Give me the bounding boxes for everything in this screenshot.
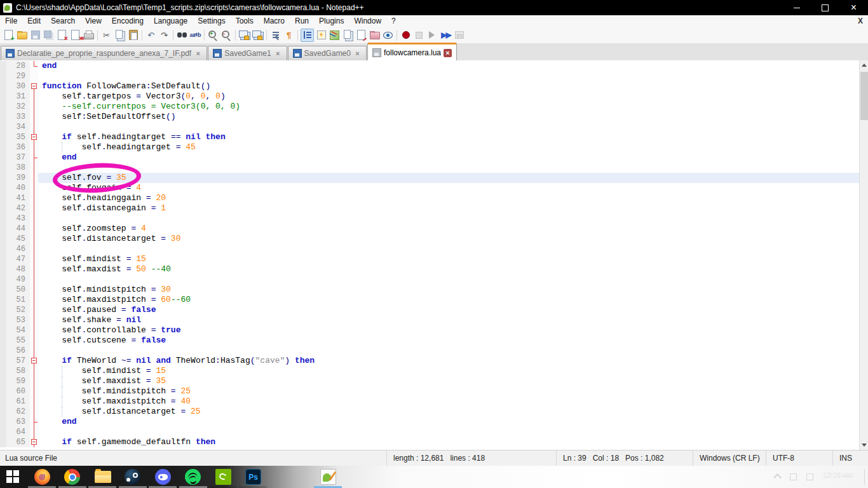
fold-margin[interactable] xyxy=(30,112,38,122)
show-all-characters-button[interactable]: ¶ xyxy=(283,29,295,41)
bookmark-margin[interactable] xyxy=(0,244,6,254)
bookmark-margin[interactable] xyxy=(0,325,6,336)
fold-margin[interactable] xyxy=(30,295,38,305)
notepad-plus-plus-taskbar-icon[interactable] xyxy=(320,469,336,485)
copy-button[interactable] xyxy=(114,29,126,41)
bookmark-margin[interactable] xyxy=(0,122,6,132)
bookmark-margin[interactable] xyxy=(0,376,6,386)
menu-macro[interactable]: Macro xyxy=(259,15,290,27)
fold-margin[interactable] xyxy=(30,71,38,81)
fold-margin[interactable] xyxy=(30,305,38,315)
bookmark-margin[interactable] xyxy=(0,295,6,305)
bookmark-margin[interactable] xyxy=(0,315,6,325)
menu-run[interactable]: Run xyxy=(290,15,314,27)
fold-margin[interactable] xyxy=(30,366,38,376)
chrome-icon[interactable] xyxy=(64,469,80,485)
bookmark-margin[interactable] xyxy=(0,336,6,346)
fold-margin[interactable] xyxy=(30,407,38,417)
bookmark-margin[interactable] xyxy=(0,112,6,122)
replace-button[interactable]: a⇄b xyxy=(189,29,201,41)
macro-playback-button[interactable] xyxy=(426,29,438,41)
menu-tools[interactable]: Tools xyxy=(231,15,259,27)
scroll-up-arrow-icon[interactable] xyxy=(860,60,868,70)
menu-encoding[interactable]: Encoding xyxy=(107,15,149,27)
word-wrap-button[interactable] xyxy=(269,29,281,41)
menu-file[interactable]: File xyxy=(0,15,22,27)
fold-margin[interactable] xyxy=(30,274,38,285)
fold-margin[interactable] xyxy=(30,203,38,214)
fold-margin[interactable] xyxy=(30,346,38,356)
menu-window[interactable]: Window xyxy=(349,15,386,27)
bookmark-margin[interactable] xyxy=(0,193,6,203)
fold-collapse-icon[interactable] xyxy=(31,439,37,445)
fold-margin[interactable] xyxy=(30,285,38,295)
tab-3[interactable]: SavedGame0 xyxy=(288,46,367,60)
bookmark-margin[interactable] xyxy=(0,71,6,81)
fold-margin[interactable] xyxy=(30,61,38,71)
fold-margin[interactable] xyxy=(30,122,38,132)
bookmark-margin[interactable] xyxy=(0,386,6,396)
bookmark-margin[interactable] xyxy=(0,163,6,173)
bookmark-margin[interactable] xyxy=(0,183,6,193)
bookmark-margin[interactable] xyxy=(0,366,6,376)
folder-as-workspace-button[interactable] xyxy=(369,29,381,41)
save-button[interactable] xyxy=(29,29,41,41)
save-all-button[interactable] xyxy=(43,29,55,41)
bookmark-margin[interactable] xyxy=(0,234,6,244)
fold-margin[interactable] xyxy=(30,417,38,427)
fold-margin[interactable] xyxy=(30,163,38,173)
steam-icon[interactable] xyxy=(125,469,140,485)
fold-collapse-icon[interactable] xyxy=(31,358,37,363)
bookmark-margin[interactable] xyxy=(0,305,6,315)
fold-margin[interactable] xyxy=(30,81,38,92)
new-file-button[interactable] xyxy=(3,29,15,41)
fold-margin[interactable] xyxy=(30,396,38,407)
cut-button[interactable]: ✂ xyxy=(100,29,112,41)
scrollbar-thumb[interactable] xyxy=(860,72,868,120)
vertical-scrollbar[interactable] xyxy=(859,60,868,450)
bookmark-margin[interactable] xyxy=(0,437,6,447)
editor[interactable]: 28end2930function FollowCamera:SetDefaul… xyxy=(0,60,868,450)
macro-run-multiple-button[interactable]: ▶▶ xyxy=(440,29,452,41)
fold-margin[interactable] xyxy=(30,336,38,346)
fold-margin[interactable] xyxy=(30,193,38,203)
tray-icon[interactable] xyxy=(806,473,813,480)
tray-icon[interactable] xyxy=(790,473,797,480)
function-list-button[interactable] xyxy=(315,29,327,41)
menu-settings[interactable]: Settings xyxy=(193,15,230,27)
tab-2[interactable]: SavedGame1 xyxy=(208,46,287,60)
system-tray[interactable] xyxy=(775,473,813,480)
redo-button[interactable]: ↷ xyxy=(158,29,170,41)
fold-margin[interactable] xyxy=(30,132,38,142)
bookmark-margin[interactable] xyxy=(0,254,6,264)
sync-vertical-button[interactable] xyxy=(238,29,250,41)
show-desktop-button[interactable] xyxy=(864,469,865,485)
scroll-down-arrow-icon[interactable] xyxy=(860,440,868,450)
nvidia-geforce-icon[interactable] xyxy=(215,469,231,485)
spotify-icon[interactable] xyxy=(185,469,201,485)
status-insert-mode[interactable]: INS xyxy=(832,451,868,466)
zoom-out-button[interactable]: - xyxy=(220,29,233,41)
taskbar-clock[interactable]: 12:19 AM xyxy=(824,470,853,478)
bookmark-margin[interactable] xyxy=(0,173,6,183)
fold-margin[interactable] xyxy=(30,224,38,234)
menu-edit[interactable]: Edit xyxy=(22,15,46,27)
menu-view[interactable]: View xyxy=(80,15,107,27)
fold-margin[interactable] xyxy=(30,264,38,274)
fold-margin[interactable] xyxy=(30,102,38,112)
fold-margin[interactable] xyxy=(30,325,38,336)
bookmark-margin[interactable] xyxy=(0,102,6,112)
photoshop-icon[interactable]: Ps xyxy=(245,469,261,485)
bookmark-margin[interactable] xyxy=(0,132,6,142)
tab-close-icon[interactable] xyxy=(274,50,282,58)
fold-margin[interactable] xyxy=(30,254,38,264)
file-explorer-icon[interactable] xyxy=(95,471,111,483)
bookmark-margin[interactable] xyxy=(0,61,6,71)
tab-close-icon[interactable] xyxy=(353,50,362,58)
menu-help[interactable]: ? xyxy=(386,15,401,27)
fold-margin[interactable] xyxy=(30,183,38,193)
discord-icon[interactable] xyxy=(155,469,171,485)
menu-plugins[interactable]: Plugins xyxy=(314,15,349,27)
fold-margin[interactable] xyxy=(30,376,38,386)
bookmark-margin[interactable] xyxy=(0,274,6,285)
